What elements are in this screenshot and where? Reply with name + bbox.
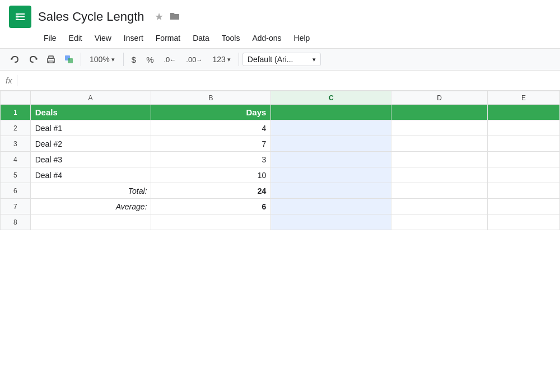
cell-b6[interactable]: 24 bbox=[151, 183, 271, 199]
table-row: 6Total:24 bbox=[1, 183, 560, 199]
col-header-a[interactable]: A bbox=[30, 91, 151, 105]
menu-tools[interactable]: Tools bbox=[216, 31, 246, 45]
menu-file[interactable]: File bbox=[38, 31, 62, 45]
zoom-value: 100% bbox=[90, 55, 110, 64]
col-header-b[interactable]: B bbox=[151, 91, 271, 105]
cell-e3[interactable] bbox=[488, 136, 560, 152]
cell-e4[interactable] bbox=[488, 152, 560, 167]
cell-d8[interactable] bbox=[391, 214, 488, 230]
decimal-zero-zero: .00 bbox=[186, 55, 196, 64]
menu-insert[interactable]: Insert bbox=[118, 31, 149, 45]
table-row: 1DealsDays bbox=[1, 105, 560, 120]
cell-b1[interactable]: Days bbox=[151, 105, 271, 120]
cell-c1[interactable] bbox=[271, 105, 391, 120]
cell-b3[interactable]: 7 bbox=[151, 136, 271, 152]
cell-d6[interactable] bbox=[391, 183, 488, 199]
document-title: Sales Cycle Length bbox=[38, 10, 144, 24]
percent-button[interactable]: % bbox=[142, 53, 158, 66]
cell-e1[interactable] bbox=[488, 105, 560, 120]
star-icon[interactable]: ★ bbox=[155, 11, 164, 23]
cell-c2[interactable] bbox=[271, 120, 391, 136]
cell-c4[interactable] bbox=[271, 152, 391, 167]
cell-e5[interactable] bbox=[488, 167, 560, 183]
decimal-increase-button[interactable]: .00→ bbox=[181, 54, 207, 66]
cell-e7[interactable] bbox=[488, 199, 560, 214]
cell-d1[interactable] bbox=[391, 105, 488, 120]
cell-b2[interactable]: 4 bbox=[151, 120, 271, 136]
cell-d4[interactable] bbox=[391, 152, 488, 167]
corner-header bbox=[1, 91, 31, 105]
cell-c7[interactable] bbox=[271, 199, 391, 214]
cell-d5[interactable] bbox=[391, 167, 488, 183]
cell-a8[interactable] bbox=[30, 214, 151, 230]
table-row: 8 bbox=[1, 214, 560, 230]
row-number: 1 bbox=[1, 105, 31, 120]
svg-marker-5 bbox=[10, 58, 13, 59]
col-header-e[interactable]: E bbox=[488, 91, 560, 105]
cell-e6[interactable] bbox=[488, 183, 560, 199]
menu-edit[interactable]: Edit bbox=[63, 31, 88, 45]
cell-a5[interactable]: Deal #4 bbox=[30, 167, 151, 183]
svg-rect-8 bbox=[49, 56, 53, 58]
table-row: 2Deal #14 bbox=[1, 120, 560, 136]
undo-button[interactable] bbox=[7, 52, 24, 67]
right-arrow: → bbox=[196, 57, 202, 63]
menu-bar: File Edit View Insert Format Data Tools … bbox=[0, 30, 560, 48]
cell-c6[interactable] bbox=[271, 183, 391, 199]
cell-d3[interactable] bbox=[391, 136, 488, 152]
cell-b4[interactable]: 3 bbox=[151, 152, 271, 167]
cell-a2[interactable]: Deal #1 bbox=[30, 120, 151, 136]
left-arrow: ← bbox=[170, 57, 176, 63]
row-number: 8 bbox=[1, 214, 31, 230]
menu-view[interactable]: View bbox=[89, 31, 117, 45]
currency-button[interactable]: $ bbox=[127, 53, 141, 66]
cell-b7[interactable]: 6 bbox=[151, 199, 271, 214]
svg-rect-9 bbox=[49, 61, 53, 63]
paint-format-button[interactable] bbox=[60, 52, 77, 67]
cell-b8[interactable] bbox=[151, 214, 271, 230]
font-family-label: Default (Ari... bbox=[248, 55, 293, 64]
number-format-label: 123 bbox=[212, 55, 225, 64]
menu-addons[interactable]: Add-ons bbox=[246, 31, 287, 45]
app-logo bbox=[9, 6, 31, 28]
font-family-dropdown[interactable]: Default (Ari... ▾ bbox=[242, 53, 321, 66]
redo-button[interactable] bbox=[25, 52, 41, 67]
cell-a6[interactable]: Total: bbox=[30, 183, 151, 199]
cell-c8[interactable] bbox=[271, 214, 391, 230]
separator-1 bbox=[81, 53, 81, 66]
col-header-c[interactable]: C bbox=[271, 91, 391, 105]
cell-e8[interactable] bbox=[488, 214, 560, 230]
cell-a4[interactable]: Deal #3 bbox=[30, 152, 151, 167]
number-format-dropdown[interactable]: 123 ▾ bbox=[208, 53, 235, 66]
table-row: 5Deal #410 bbox=[1, 167, 560, 183]
cell-c5[interactable] bbox=[271, 167, 391, 183]
svg-rect-11 bbox=[68, 58, 73, 63]
print-button[interactable] bbox=[43, 52, 59, 67]
formula-input[interactable] bbox=[22, 76, 554, 85]
menu-help[interactable]: Help bbox=[288, 31, 316, 45]
folder-icon[interactable] bbox=[169, 11, 180, 24]
svg-rect-4 bbox=[16, 13, 18, 20]
cell-a1[interactable]: Deals bbox=[30, 105, 151, 120]
col-header-d[interactable]: D bbox=[391, 91, 488, 105]
zoom-arrow: ▾ bbox=[111, 56, 115, 63]
cell-c3[interactable] bbox=[271, 136, 391, 152]
cell-d7[interactable] bbox=[391, 199, 488, 214]
cell-d2[interactable] bbox=[391, 120, 488, 136]
number-format-arrow: ▾ bbox=[227, 56, 231, 63]
separator-3 bbox=[239, 53, 239, 66]
decimal-decrease-button[interactable]: .0← bbox=[160, 54, 181, 66]
separator-2 bbox=[123, 53, 124, 66]
cell-b5[interactable]: 10 bbox=[151, 167, 271, 183]
row-number: 7 bbox=[1, 199, 31, 214]
spreadsheet: A B C D E 1DealsDays2Deal #143Deal #274D… bbox=[0, 91, 560, 230]
menu-format[interactable]: Format bbox=[150, 31, 186, 45]
cell-e2[interactable] bbox=[488, 120, 560, 136]
row-number: 6 bbox=[1, 183, 31, 199]
decimal-zero: .0 bbox=[164, 55, 170, 64]
cell-a3[interactable]: Deal #2 bbox=[30, 136, 151, 152]
row-number: 2 bbox=[1, 120, 31, 136]
zoom-selector[interactable]: 100% ▾ bbox=[85, 53, 120, 66]
menu-data[interactable]: Data bbox=[187, 31, 215, 45]
cell-a7[interactable]: Average: bbox=[30, 199, 151, 214]
